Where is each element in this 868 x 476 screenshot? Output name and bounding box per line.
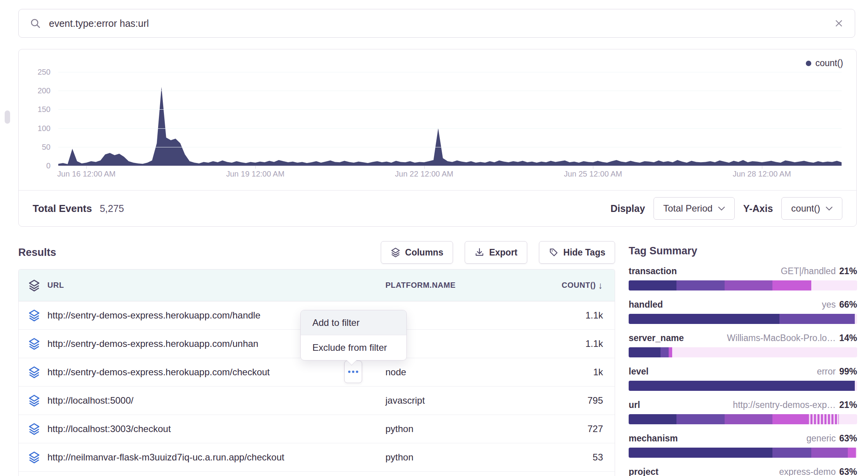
layers-icon [28, 394, 40, 407]
count-value: 1k [560, 367, 615, 378]
x-axis-line [58, 166, 842, 166]
tag-summary-panel: Tag Summary transactionGET|/handled21%ha… [629, 245, 857, 476]
tag-distribution-bar[interactable] [629, 280, 857, 290]
tag-bar-segment [848, 448, 856, 458]
url-value[interactable]: http://neilmanvar-flask-m3uuizd7iq-uc.a.… [47, 452, 284, 463]
tag-percent: 66% [839, 299, 857, 310]
layers-icon [28, 309, 40, 322]
tag-distribution-bar[interactable] [629, 347, 857, 357]
y-tick-label: 100 [38, 124, 51, 133]
column-header-url[interactable]: URL [47, 281, 64, 290]
gridline [58, 109, 842, 110]
clear-search-button[interactable] [834, 18, 844, 28]
count-value: 53 [560, 452, 615, 463]
search-query[interactable]: event.type:error has:url [49, 18, 834, 29]
tag-distribution-bar[interactable] [629, 381, 857, 391]
tag-group-transaction: transactionGET|/handled21% [629, 266, 857, 290]
tag-name[interactable]: transaction [629, 266, 677, 276]
chart-legend: count() [806, 58, 843, 68]
tag-summary-heading: Tag Summary [629, 245, 857, 257]
tag-group-server_name: server_nameWilliams-MacBook-Pro.lo…14% [629, 333, 857, 357]
area-series [58, 72, 842, 166]
platform-value: node [385, 367, 560, 378]
drawer-handle[interactable] [5, 110, 10, 124]
tag-top-value: generic [807, 433, 836, 444]
url-value[interactable]: http://localhost:5000/ [47, 395, 133, 406]
column-header-count[interactable]: COUNT() ↓ [560, 280, 615, 291]
event-count-chart [58, 72, 842, 166]
tag-bar-segment [629, 414, 676, 424]
y-tick-label: 200 [38, 86, 51, 95]
display-select-value: Total Period [663, 203, 713, 214]
tag-top-value-wrap: express-demo63% [779, 467, 857, 476]
x-tick-label: Jun 22 12:00 AM [395, 170, 453, 178]
y-axis-labels: 050100150200250 [19, 72, 52, 166]
display-label: Display [610, 203, 645, 214]
y-tick-label: 0 [46, 161, 51, 170]
tag-name[interactable]: mechanism [629, 433, 678, 444]
search-bar[interactable]: event.type:error has:url [18, 9, 855, 38]
tag-group-handled: handledyes66% [629, 299, 857, 324]
gridline [58, 72, 842, 72]
url-value[interactable]: http://sentry-demos-express.herokuapp.co… [47, 367, 270, 378]
menu-item-add-to-filter[interactable]: Add to filter [301, 310, 406, 335]
tag-group-level: levelerror99% [629, 366, 857, 391]
tag-name[interactable]: level [629, 366, 648, 377]
download-icon [474, 247, 485, 257]
events-chart-panel: count() 050100150200250 Jun 16 12:00 AMJ… [18, 49, 857, 227]
tag-top-value: error [817, 366, 836, 377]
tag-top-value-wrap: error99% [817, 366, 857, 377]
tag-name[interactable]: project [629, 467, 659, 476]
url-cell: http://sentry-demos-express.herokuapp.co… [19, 366, 385, 378]
url-value[interactable]: http://localhost:3003/checkout [47, 424, 171, 434]
tag-group-url: urlhttp://sentry-demos-exp…21% [629, 400, 857, 424]
tag-distribution-bar[interactable] [629, 414, 857, 424]
tag-name[interactable]: url [629, 400, 640, 410]
close-icon [834, 18, 844, 28]
tag-bar-segment [772, 414, 807, 424]
tag-bar-segment [629, 381, 855, 391]
table-row[interactable]: http://sentry-demos-express.herokuapp.co… [19, 358, 615, 387]
url-cell: http://localhost:3003/checkout [19, 423, 385, 435]
url-cell: http://localhost:5000/ [19, 394, 385, 407]
yaxis-select[interactable]: count() [781, 197, 842, 220]
table-row-partial [19, 472, 615, 476]
tag-distribution-bar[interactable] [629, 448, 857, 458]
tag-name[interactable]: handled [629, 299, 663, 310]
tag-top-value: yes [822, 299, 836, 310]
tag-distribution-bar[interactable] [629, 314, 857, 324]
tag-bar-segment [779, 314, 855, 324]
gridline [58, 128, 842, 129]
tag-top-value-wrap: Williams-MacBook-Pro.lo…14% [727, 333, 857, 343]
toolbar-button-export[interactable]: Export [465, 241, 527, 264]
tag-top-value-wrap: GET|/handled21% [781, 266, 857, 276]
results-heading: Results [18, 247, 56, 259]
x-tick-label: Jun 16 12:00 AM [57, 170, 115, 178]
y-tick-label: 50 [42, 142, 51, 151]
layers-icon [28, 366, 40, 378]
table-row[interactable]: http://localhost:5000/javascript795 [19, 387, 615, 415]
toolbar-button-hide-tags[interactable]: Hide Tags [539, 241, 615, 264]
tag-percent: 63% [839, 433, 857, 444]
results-toolbar: ColumnsExportHide Tags [381, 241, 615, 264]
table-row[interactable]: http://localhost:3003/checkoutpython727 [19, 415, 615, 443]
tag-head: levelerror99% [629, 366, 857, 378]
tag-bar-segment [629, 347, 661, 357]
tag-bar-segment [811, 448, 848, 458]
layers-icon [28, 279, 40, 292]
url-value[interactable]: http://sentry-demos-express.herokuapp.co… [47, 310, 260, 321]
menu-item-exclude-from-filter[interactable]: Exclude from filter [301, 335, 406, 360]
count-value: 795 [560, 395, 615, 406]
display-select[interactable]: Total Period [654, 197, 735, 220]
toolbar-button-columns[interactable]: Columns [381, 241, 453, 264]
tag-name[interactable]: server_name [629, 333, 684, 343]
url-cell: http://neilmanvar-flask-m3uuizd7iq-uc.a.… [19, 451, 385, 464]
ellipsis-icon [348, 371, 350, 373]
column-header-platform[interactable]: PLATFORM.NAME [385, 281, 560, 290]
url-value[interactable]: http://sentry-demos-express.herokuapp.co… [47, 338, 258, 349]
x-axis-labels: Jun 16 12:00 AMJun 19 12:00 AMJun 22 12:… [58, 170, 842, 181]
layers-icon [28, 451, 40, 464]
table-row[interactable]: http://neilmanvar-flask-m3uuizd7iq-uc.a.… [19, 443, 615, 472]
tag-summary-list: transactionGET|/handled21%handledyes66%s… [629, 266, 857, 476]
x-tick-label: Jun 19 12:00 AM [226, 170, 284, 178]
